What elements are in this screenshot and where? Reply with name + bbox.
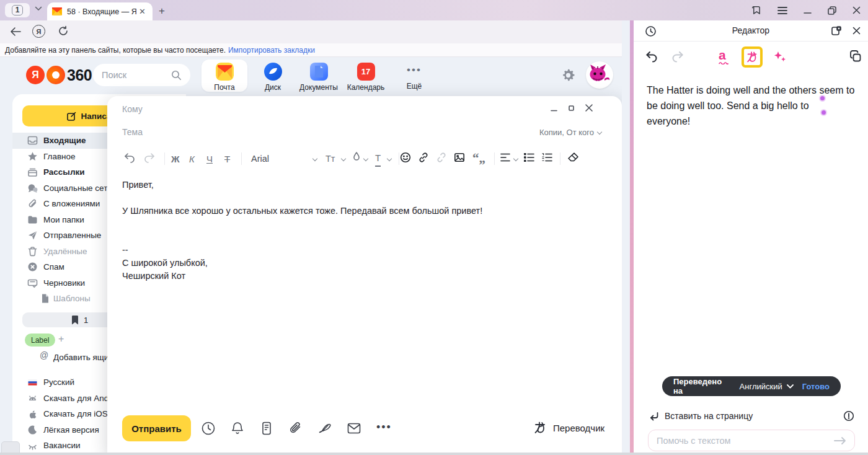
- submit-arrow-icon[interactable]: [834, 436, 846, 445]
- font-size-button[interactable]: Tт: [326, 151, 335, 167]
- app-disk-label: Диск: [265, 83, 281, 92]
- cc-from-toggle[interactable]: Копии, От кого: [539, 128, 602, 137]
- tab-close-icon[interactable]: ✕: [139, 7, 146, 16]
- compose-close-icon[interactable]: [585, 104, 593, 112]
- bold-button[interactable]: Ж: [171, 151, 180, 167]
- refresh-icon[interactable]: [58, 25, 69, 37]
- unlink-icon[interactable]: [436, 152, 447, 163]
- done-button[interactable]: Готово: [802, 382, 830, 391]
- language-select[interactable]: Английский: [740, 382, 794, 391]
- italic-button[interactable]: К: [189, 151, 195, 167]
- tab-counter-value: 1: [12, 5, 24, 15]
- highlight-color-icon[interactable]: [352, 151, 361, 162]
- selection-handle-icon[interactable]: [820, 96, 825, 100]
- compose-body-editor[interactable]: Привет, У Шляпника все хорошо у остальны…: [122, 179, 519, 283]
- menu-icon[interactable]: [777, 6, 787, 15]
- restore-icon[interactable]: [828, 6, 836, 15]
- link-icon[interactable]: [418, 152, 429, 163]
- align-chevron-icon[interactable]: [514, 151, 518, 167]
- panels-icon[interactable]: [751, 5, 761, 15]
- copy-icon[interactable]: [849, 50, 862, 63]
- insert-image-icon[interactable]: [454, 152, 465, 163]
- panel-close-icon[interactable]: [852, 26, 861, 35]
- sent-plane-icon: [27, 230, 38, 241]
- compose-expand-icon[interactable]: [568, 105, 575, 112]
- undo-icon[interactable]: [123, 152, 136, 163]
- send-button[interactable]: Отправить: [122, 415, 191, 441]
- info-icon[interactable]: [843, 410, 854, 422]
- highlight-chevron-icon[interactable]: [364, 151, 368, 167]
- template-card-icon[interactable]: [259, 421, 274, 436]
- app-more[interactable]: ••• Ещё: [391, 60, 437, 92]
- font-family-select[interactable]: Arial: [251, 151, 269, 167]
- body-line: [122, 192, 519, 205]
- reminder-bell-icon[interactable]: [230, 421, 245, 436]
- minimize-icon[interactable]: [804, 6, 812, 14]
- panel-redo-icon[interactable]: [671, 50, 684, 63]
- translated-text[interactable]: The Hatter is doing well and the others …: [647, 82, 855, 129]
- strikethrough-button[interactable]: Т: [224, 151, 230, 167]
- underline-button[interactable]: Ч: [206, 151, 213, 167]
- browser-tab[interactable]: 58 · Входящие — Яндек ✕: [47, 2, 153, 20]
- emoji-icon[interactable]: [400, 152, 411, 163]
- text-color-button[interactable]: Т: [375, 151, 381, 167]
- app-mail-label: Почта: [214, 83, 234, 92]
- bullet-list-icon[interactable]: [524, 153, 534, 162]
- insert-to-page-row[interactable]: Вставить на страницу: [634, 407, 868, 426]
- avatar[interactable]: [586, 61, 613, 89]
- panel-undo-icon[interactable]: [645, 50, 658, 63]
- panel-translate-button[interactable]: [745, 50, 759, 64]
- ai-sparkles-button[interactable]: [773, 50, 787, 64]
- font-family-chevron-icon[interactable]: [313, 151, 317, 167]
- ya360-logo[interactable]: Я 360: [26, 66, 92, 84]
- app-docs[interactable]: Документы: [296, 60, 342, 92]
- translator-button[interactable]: Переводчик: [533, 420, 604, 435]
- bookmark-filter-icon: [71, 316, 79, 325]
- text-color-chevron-icon[interactable]: [388, 151, 392, 167]
- ai-prompt-input[interactable]: Помочь с текстом: [648, 430, 855, 451]
- app-disk[interactable]: Диск: [250, 60, 296, 92]
- open-in-window-icon[interactable]: [831, 25, 842, 37]
- disk-app-icon: [264, 63, 282, 81]
- body-line: Привет,: [122, 179, 519, 192]
- redo-icon[interactable]: [143, 152, 156, 163]
- back-icon[interactable]: [10, 27, 21, 37]
- spellcheck-button[interactable]: a: [719, 48, 728, 64]
- align-icon[interactable]: [500, 153, 510, 162]
- ya-logo-icon: Я: [26, 66, 45, 84]
- new-tab-button[interactable]: +: [159, 5, 165, 17]
- add-label-icon[interactable]: +: [58, 334, 64, 345]
- subject-field[interactable]: Тема: [122, 127, 143, 137]
- selection-handle-icon[interactable]: [822, 110, 826, 115]
- eraser-icon[interactable]: [567, 152, 579, 162]
- cc-chevron-icon: [598, 130, 602, 135]
- numbered-list-icon[interactable]: [542, 153, 552, 162]
- settings-gear-icon[interactable]: [561, 68, 575, 82]
- app-calendar[interactable]: 17 Календарь: [343, 60, 389, 92]
- font-size-chevron-icon[interactable]: [342, 151, 346, 167]
- yandex-home-icon[interactable]: Я: [32, 25, 45, 38]
- corner-widget[interactable]: [1, 441, 20, 454]
- chat-bubbles-icon: [27, 183, 38, 193]
- search-input[interactable]: Поиск: [93, 64, 190, 86]
- body-line: Чеширский Кот: [122, 270, 519, 283]
- quote-icon[interactable]: “„: [472, 151, 485, 166]
- schedule-send-icon[interactable]: [201, 421, 216, 436]
- compose-minimize-icon[interactable]: [550, 104, 558, 112]
- app-mail[interactable]: Почта: [202, 60, 247, 92]
- more-actions-icon[interactable]: •••: [376, 421, 392, 434]
- bookmarks-bar: Добавляйте на эту панель сайты, которые …: [0, 43, 630, 57]
- tab-counter-button[interactable]: 1: [5, 3, 30, 17]
- signature-pen-icon[interactable]: [317, 421, 332, 436]
- label-tag[interactable]: Label: [25, 334, 55, 347]
- tab-title: 58 · Входящие — Яндек: [67, 7, 136, 16]
- search-placeholder: Поиск: [102, 70, 126, 80]
- mail-envelope-icon[interactable]: [347, 421, 361, 436]
- import-bookmarks-link[interactable]: Импортировать закладки: [228, 46, 315, 55]
- compose-window: Кому Тема Копии, От кого Ж К Ч Т Arial T…: [107, 96, 622, 455]
- tab-list-chevron-icon[interactable]: [35, 6, 42, 11]
- calendar-app-icon: 17: [357, 63, 375, 81]
- close-window-icon[interactable]: [852, 6, 861, 14]
- attach-file-icon[interactable]: [288, 421, 303, 436]
- to-field[interactable]: Кому: [122, 104, 143, 114]
